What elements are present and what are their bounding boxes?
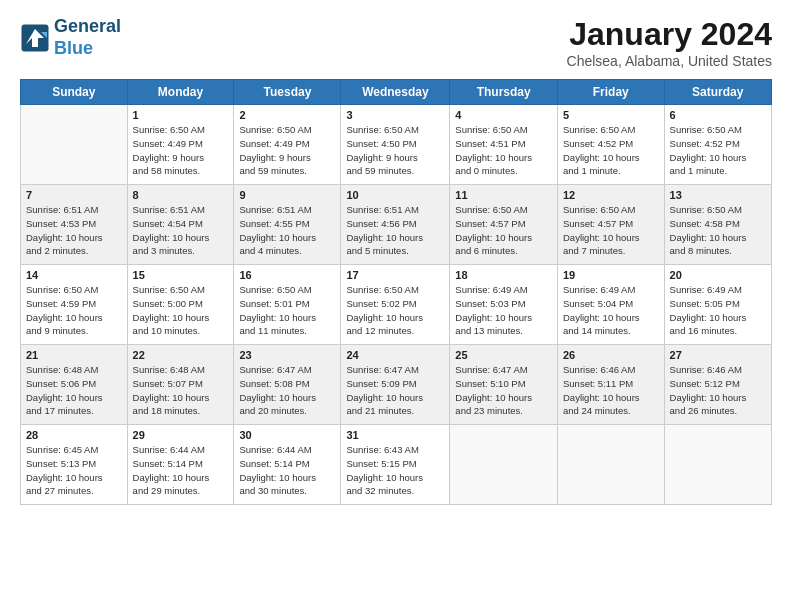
- logo-icon: [20, 23, 50, 53]
- calendar-cell: 18Sunrise: 6:49 AM Sunset: 5:03 PM Dayli…: [450, 265, 558, 345]
- calendar-week-3: 14Sunrise: 6:50 AM Sunset: 4:59 PM Dayli…: [21, 265, 772, 345]
- calendar-cell: 6Sunrise: 6:50 AM Sunset: 4:52 PM Daylig…: [664, 105, 771, 185]
- calendar-cell: 24Sunrise: 6:47 AM Sunset: 5:09 PM Dayli…: [341, 345, 450, 425]
- calendar-cell: 7Sunrise: 6:51 AM Sunset: 4:53 PM Daylig…: [21, 185, 128, 265]
- calendar-cell: 8Sunrise: 6:51 AM Sunset: 4:54 PM Daylig…: [127, 185, 234, 265]
- day-number: 5: [563, 109, 659, 121]
- day-number: 20: [670, 269, 766, 281]
- day-number: 6: [670, 109, 766, 121]
- weekday-header-monday: Monday: [127, 80, 234, 105]
- day-info: Sunrise: 6:51 AM Sunset: 4:55 PM Dayligh…: [239, 203, 335, 258]
- weekday-header-thursday: Thursday: [450, 80, 558, 105]
- calendar-table: SundayMondayTuesdayWednesdayThursdayFrid…: [20, 79, 772, 505]
- day-info: Sunrise: 6:50 AM Sunset: 4:59 PM Dayligh…: [26, 283, 122, 338]
- day-number: 23: [239, 349, 335, 361]
- day-info: Sunrise: 6:50 AM Sunset: 5:02 PM Dayligh…: [346, 283, 444, 338]
- day-number: 2: [239, 109, 335, 121]
- calendar-cell: 22Sunrise: 6:48 AM Sunset: 5:07 PM Dayli…: [127, 345, 234, 425]
- calendar-cell: 15Sunrise: 6:50 AM Sunset: 5:00 PM Dayli…: [127, 265, 234, 345]
- day-number: 17: [346, 269, 444, 281]
- day-number: 7: [26, 189, 122, 201]
- calendar-cell: 21Sunrise: 6:48 AM Sunset: 5:06 PM Dayli…: [21, 345, 128, 425]
- day-info: Sunrise: 6:50 AM Sunset: 5:00 PM Dayligh…: [133, 283, 229, 338]
- day-number: 8: [133, 189, 229, 201]
- calendar-cell: 4Sunrise: 6:50 AM Sunset: 4:51 PM Daylig…: [450, 105, 558, 185]
- calendar-cell: 26Sunrise: 6:46 AM Sunset: 5:11 PM Dayli…: [558, 345, 665, 425]
- day-number: 25: [455, 349, 552, 361]
- day-number: 18: [455, 269, 552, 281]
- day-info: Sunrise: 6:43 AM Sunset: 5:15 PM Dayligh…: [346, 443, 444, 498]
- day-info: Sunrise: 6:45 AM Sunset: 5:13 PM Dayligh…: [26, 443, 122, 498]
- calendar-cell: 2Sunrise: 6:50 AM Sunset: 4:49 PM Daylig…: [234, 105, 341, 185]
- calendar-cell: 16Sunrise: 6:50 AM Sunset: 5:01 PM Dayli…: [234, 265, 341, 345]
- calendar-body: 1Sunrise: 6:50 AM Sunset: 4:49 PM Daylig…: [21, 105, 772, 505]
- weekday-header-friday: Friday: [558, 80, 665, 105]
- day-info: Sunrise: 6:49 AM Sunset: 5:03 PM Dayligh…: [455, 283, 552, 338]
- day-info: Sunrise: 6:47 AM Sunset: 5:08 PM Dayligh…: [239, 363, 335, 418]
- day-info: Sunrise: 6:50 AM Sunset: 4:51 PM Dayligh…: [455, 123, 552, 178]
- day-info: Sunrise: 6:50 AM Sunset: 4:49 PM Dayligh…: [239, 123, 335, 178]
- day-number: 14: [26, 269, 122, 281]
- calendar-cell: 20Sunrise: 6:49 AM Sunset: 5:05 PM Dayli…: [664, 265, 771, 345]
- day-number: 13: [670, 189, 766, 201]
- day-number: 11: [455, 189, 552, 201]
- day-info: Sunrise: 6:51 AM Sunset: 4:53 PM Dayligh…: [26, 203, 122, 258]
- day-number: 26: [563, 349, 659, 361]
- calendar-cell: 5Sunrise: 6:50 AM Sunset: 4:52 PM Daylig…: [558, 105, 665, 185]
- weekday-header-sunday: Sunday: [21, 80, 128, 105]
- day-info: Sunrise: 6:50 AM Sunset: 4:57 PM Dayligh…: [455, 203, 552, 258]
- calendar-cell: [450, 425, 558, 505]
- calendar-cell: 30Sunrise: 6:44 AM Sunset: 5:14 PM Dayli…: [234, 425, 341, 505]
- logo-line2: Blue: [54, 38, 121, 60]
- day-info: Sunrise: 6:50 AM Sunset: 4:58 PM Dayligh…: [670, 203, 766, 258]
- day-number: 10: [346, 189, 444, 201]
- calendar-cell: 10Sunrise: 6:51 AM Sunset: 4:56 PM Dayli…: [341, 185, 450, 265]
- weekday-header-tuesday: Tuesday: [234, 80, 341, 105]
- weekday-header-row: SundayMondayTuesdayWednesdayThursdayFrid…: [21, 80, 772, 105]
- day-info: Sunrise: 6:47 AM Sunset: 5:10 PM Dayligh…: [455, 363, 552, 418]
- calendar-cell: 17Sunrise: 6:50 AM Sunset: 5:02 PM Dayli…: [341, 265, 450, 345]
- calendar-cell: 25Sunrise: 6:47 AM Sunset: 5:10 PM Dayli…: [450, 345, 558, 425]
- day-number: 29: [133, 429, 229, 441]
- calendar-cell: 23Sunrise: 6:47 AM Sunset: 5:08 PM Dayli…: [234, 345, 341, 425]
- day-info: Sunrise: 6:50 AM Sunset: 4:57 PM Dayligh…: [563, 203, 659, 258]
- day-info: Sunrise: 6:46 AM Sunset: 5:12 PM Dayligh…: [670, 363, 766, 418]
- header: General Blue January 2024 Chelsea, Alaba…: [20, 16, 772, 69]
- day-info: Sunrise: 6:50 AM Sunset: 4:52 PM Dayligh…: [670, 123, 766, 178]
- day-number: 12: [563, 189, 659, 201]
- day-number: 22: [133, 349, 229, 361]
- calendar-cell: 31Sunrise: 6:43 AM Sunset: 5:15 PM Dayli…: [341, 425, 450, 505]
- day-number: 1: [133, 109, 229, 121]
- day-info: Sunrise: 6:44 AM Sunset: 5:14 PM Dayligh…: [133, 443, 229, 498]
- calendar-cell: 27Sunrise: 6:46 AM Sunset: 5:12 PM Dayli…: [664, 345, 771, 425]
- day-number: 19: [563, 269, 659, 281]
- calendar-week-1: 1Sunrise: 6:50 AM Sunset: 4:49 PM Daylig…: [21, 105, 772, 185]
- calendar-cell: 19Sunrise: 6:49 AM Sunset: 5:04 PM Dayli…: [558, 265, 665, 345]
- day-info: Sunrise: 6:51 AM Sunset: 4:54 PM Dayligh…: [133, 203, 229, 258]
- calendar-cell: 13Sunrise: 6:50 AM Sunset: 4:58 PM Dayli…: [664, 185, 771, 265]
- day-number: 9: [239, 189, 335, 201]
- calendar-cell: [664, 425, 771, 505]
- calendar-cell: 9Sunrise: 6:51 AM Sunset: 4:55 PM Daylig…: [234, 185, 341, 265]
- day-info: Sunrise: 6:50 AM Sunset: 4:50 PM Dayligh…: [346, 123, 444, 178]
- page-container: General Blue January 2024 Chelsea, Alaba…: [0, 0, 792, 515]
- day-number: 27: [670, 349, 766, 361]
- calendar-cell: 14Sunrise: 6:50 AM Sunset: 4:59 PM Dayli…: [21, 265, 128, 345]
- day-number: 4: [455, 109, 552, 121]
- calendar-cell: 3Sunrise: 6:50 AM Sunset: 4:50 PM Daylig…: [341, 105, 450, 185]
- day-info: Sunrise: 6:47 AM Sunset: 5:09 PM Dayligh…: [346, 363, 444, 418]
- day-info: Sunrise: 6:48 AM Sunset: 5:07 PM Dayligh…: [133, 363, 229, 418]
- day-number: 30: [239, 429, 335, 441]
- day-info: Sunrise: 6:50 AM Sunset: 4:52 PM Dayligh…: [563, 123, 659, 178]
- title-block: January 2024 Chelsea, Alabama, United St…: [567, 16, 772, 69]
- calendar-cell: 1Sunrise: 6:50 AM Sunset: 4:49 PM Daylig…: [127, 105, 234, 185]
- calendar-cell: 12Sunrise: 6:50 AM Sunset: 4:57 PM Dayli…: [558, 185, 665, 265]
- day-info: Sunrise: 6:44 AM Sunset: 5:14 PM Dayligh…: [239, 443, 335, 498]
- logo-line1: General: [54, 16, 121, 38]
- day-info: Sunrise: 6:50 AM Sunset: 5:01 PM Dayligh…: [239, 283, 335, 338]
- day-info: Sunrise: 6:46 AM Sunset: 5:11 PM Dayligh…: [563, 363, 659, 418]
- day-number: 3: [346, 109, 444, 121]
- calendar-cell: 29Sunrise: 6:44 AM Sunset: 5:14 PM Dayli…: [127, 425, 234, 505]
- calendar-subtitle: Chelsea, Alabama, United States: [567, 53, 772, 69]
- day-info: Sunrise: 6:49 AM Sunset: 5:04 PM Dayligh…: [563, 283, 659, 338]
